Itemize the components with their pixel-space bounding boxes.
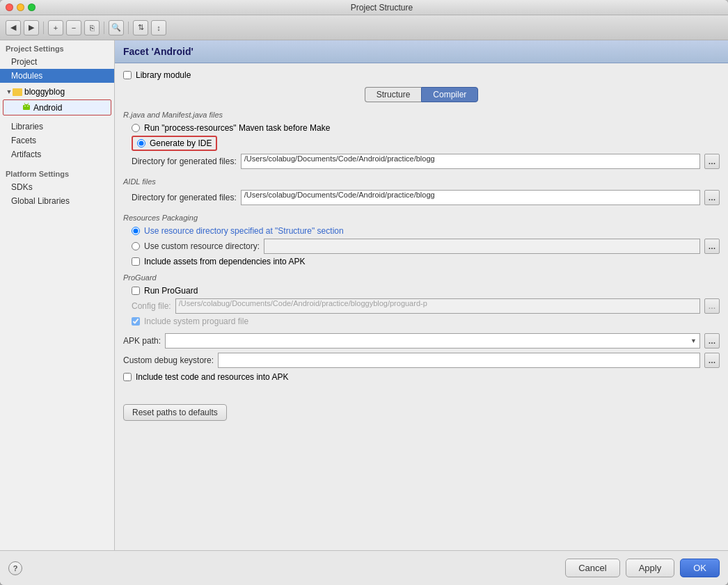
radio-use-structure[interactable] (132, 227, 140, 235)
facet-title: Facet 'Android' (123, 46, 193, 57)
platform-settings-header: Platform Settings (0, 166, 114, 180)
run-proguard-checkbox[interactable] (132, 287, 140, 295)
include-assets-label: Include assets from dependencies into AP… (144, 257, 305, 266)
include-assets-checkbox[interactable] (132, 257, 140, 266)
sidebar: Project Settings Project Modules ▼ blogg… (0, 40, 115, 550)
tab-compiler[interactable]: Compiler (421, 87, 478, 102)
folder-icon (13, 88, 22, 96)
close-button[interactable] (6, 3, 13, 11)
help-button[interactable]: ? (8, 561, 22, 575)
toolbar: ◀ ▶ + − ⎘ 🔍 ⇅ ↕ (0, 15, 728, 40)
radio-maven-label: Run "process-resources" Maven task befor… (144, 123, 330, 133)
config-file-value: /Users/colabug/Documents/Code/Android/pr… (179, 299, 427, 307)
titlebar: Project Structure (0, 0, 728, 15)
sidebar-item-project[interactable]: Project (0, 55, 114, 69)
radio-use-custom[interactable] (132, 242, 140, 250)
dir-generated-label: Directory for generated files: (132, 157, 237, 166)
resources-section: Resources Packaging Use resource directo… (123, 214, 720, 266)
config-file-label: Config file: (132, 301, 171, 311)
bottom-bar: ? Cancel Apply OK (0, 550, 728, 585)
custom-debug-browse[interactable]: … (704, 353, 720, 368)
radio-ide-label: Generate by IDE (150, 138, 212, 148)
tab-structure[interactable]: Structure (365, 87, 422, 102)
library-module-label: Library module (136, 70, 191, 80)
dropdown-arrow-icon: ▼ (690, 337, 697, 344)
aidl-dir-value: /Users/colabug/Documents/Code/Android/pr… (244, 191, 435, 199)
include-system-proguard-checkbox[interactable] (132, 317, 140, 326)
reset-paths-button[interactable]: Reset paths to defaults (123, 404, 227, 421)
library-module-checkbox[interactable] (123, 71, 132, 79)
sidebar-item-facets[interactable]: Facets (0, 134, 114, 147)
custom-dir-browse[interactable]: … (704, 239, 720, 254)
maximize-button[interactable] (28, 3, 35, 11)
facet-header: Facet 'Android' (115, 40, 728, 63)
library-module-row: Library module (123, 70, 720, 80)
include-system-proguard-row: Include system proguard file (132, 316, 720, 326)
add-button[interactable]: + (48, 20, 63, 35)
custom-debug-row: Custom debug keystore: … (123, 353, 720, 368)
custom-debug-label: Custom debug keystore: (123, 355, 214, 365)
traffic-lights (6, 3, 35, 11)
config-file-row: Config file: /Users/colabug/Documents/Co… (132, 298, 720, 314)
include-system-proguard-label: Include system proguard file (144, 316, 248, 326)
apply-button[interactable]: Apply (626, 559, 675, 577)
copy-button[interactable]: ⎘ (84, 20, 100, 35)
run-proguard-label: Run ProGuard (144, 286, 198, 296)
sort-button[interactable]: ⇅ (133, 20, 148, 35)
tree-root-node[interactable]: ▼ bloggyblog (0, 86, 114, 98)
custom-dir-input[interactable] (264, 239, 700, 254)
radio-use-structure-label: Use resource directory specified at "Str… (144, 226, 344, 236)
sidebar-item-modules[interactable]: Modules (0, 69, 114, 83)
sidebar-item-global-libraries[interactable]: Global Libraries (0, 194, 114, 208)
apk-path-dropdown[interactable]: ▼ (165, 333, 700, 348)
tree-android-label: Android (33, 103, 62, 113)
radio-use-custom-label: Use custom resource directory: (144, 241, 260, 251)
include-assets-row: Include assets from dependencies into AP… (132, 257, 720, 266)
sidebar-item-sdks[interactable]: SDKs (0, 180, 114, 194)
reset-section: Reset paths to defaults (123, 396, 720, 421)
aidl-dir-browse[interactable]: … (704, 190, 720, 205)
minimize-button[interactable] (17, 3, 24, 11)
apk-path-browse[interactable]: … (704, 333, 720, 348)
sidebar-item-sdks-label: SDKs (11, 182, 33, 192)
config-file-input[interactable]: /Users/colabug/Documents/Code/Android/pr… (175, 298, 700, 314)
radio-ide[interactable] (137, 139, 145, 147)
dir-generated-input[interactable]: /Users/colabug/Documents/Code/Android/pr… (241, 154, 700, 169)
svg-line-5 (28, 103, 29, 104)
aidl-dir-row: Directory for generated files: /Users/co… (132, 190, 720, 205)
sort2-button[interactable]: ↕ (151, 20, 166, 35)
cancel-button[interactable]: Cancel (565, 559, 619, 577)
dir-generated-row: Directory for generated files: /Users/co… (132, 154, 720, 169)
sidebar-item-artifacts[interactable]: Artifacts (0, 147, 114, 161)
sidebar-item-facets-label: Facets (11, 136, 36, 145)
project-settings-header: Project Settings (0, 40, 114, 55)
sidebar-item-modules-label: Modules (11, 71, 42, 81)
config-file-browse[interactable]: … (704, 298, 720, 314)
module-tree: ▼ bloggyblog (0, 83, 114, 120)
dir-generated-browse[interactable]: … (704, 154, 720, 169)
back-button[interactable]: ◀ (6, 20, 21, 35)
aidl-dir-input[interactable]: /Users/colabug/Documents/Code/Android/pr… (241, 190, 700, 205)
ok-button[interactable]: OK (680, 559, 720, 577)
svg-point-2 (24, 106, 26, 107)
toolbar-separator-3 (128, 22, 129, 34)
include-test-checkbox[interactable] (123, 373, 132, 381)
radio-maven[interactable] (132, 124, 140, 132)
window-title: Project Structure (41, 3, 722, 13)
tree-android-node[interactable]: Android (3, 99, 111, 115)
sidebar-item-libraries[interactable]: Libraries (0, 120, 114, 134)
android-robot-icon (22, 102, 31, 113)
svg-point-3 (27, 106, 29, 107)
sidebar-item-project-label: Project (11, 57, 37, 67)
radio-ide-row: Generate by IDE (132, 136, 720, 151)
bottom-buttons: Cancel Apply OK (565, 559, 720, 577)
facet-content: Library module Structure Compiler R.java… (115, 63, 728, 550)
remove-button[interactable]: − (66, 20, 81, 35)
custom-debug-input[interactable] (218, 353, 700, 368)
svg-line-4 (24, 103, 25, 104)
aidl-section-title: AIDL files (123, 177, 720, 186)
main-window: Project Structure ◀ ▶ + − ⎘ 🔍 ⇅ ↕ Projec… (0, 0, 728, 585)
search-button[interactable]: 🔍 (109, 20, 124, 35)
forward-button[interactable]: ▶ (24, 20, 39, 35)
aidl-section: AIDL files Directory for generated files… (123, 177, 720, 205)
